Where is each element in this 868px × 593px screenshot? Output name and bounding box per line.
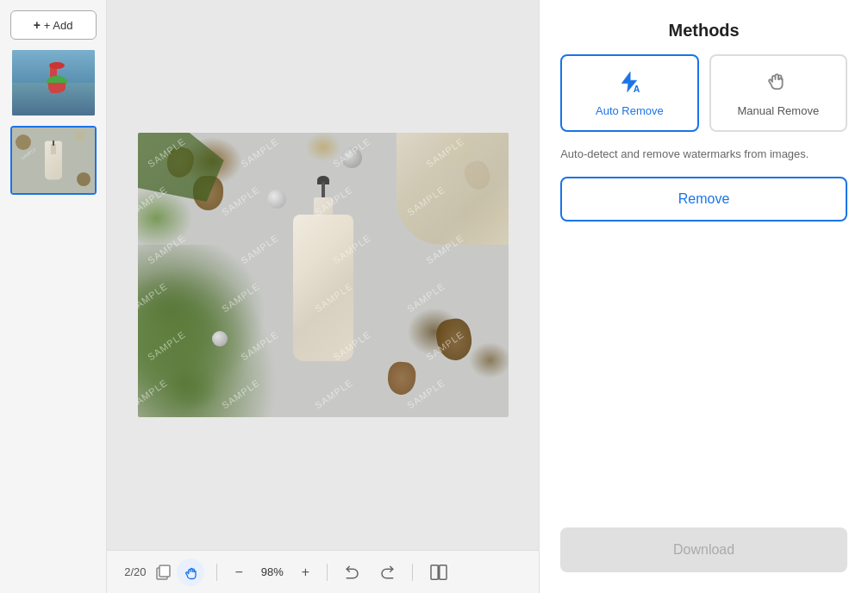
batch-icon [156, 565, 172, 580]
svg-rect-1 [159, 565, 170, 577]
product-background: SAMPLE SAMPLE SAMPLE SAMPLE SAMPLE SAMPL… [138, 133, 509, 417]
manual-remove-label: Manual Remove [737, 104, 819, 117]
zoom-in-button[interactable]: + [297, 561, 315, 584]
canvas-toolbar: 2/20 [107, 550, 539, 593]
toolbar-left: 2/20 [124, 561, 177, 584]
add-button[interactable]: + + Add [10, 10, 97, 40]
page-indicator: 2/20 [124, 561, 177, 584]
image-preview: SAMPLE SAMPLE SAMPLE SAMPLE SAMPLE SAMPL… [138, 133, 509, 417]
page-number: 2/20 [124, 565, 146, 578]
compare-icon [430, 565, 447, 580]
redo-button[interactable] [374, 561, 400, 584]
svg-text:A: A [634, 83, 640, 93]
svg-rect-2 [431, 565, 438, 578]
app-container: + + Add [0, 0, 868, 593]
zoom-level: 98% [257, 565, 288, 578]
right-panel: Methods A Auto Remove [539, 0, 868, 593]
toolbar-divider-2 [327, 564, 328, 581]
panel-title: Methods [560, 21, 847, 41]
redo-icon [379, 565, 395, 580]
toolbar-divider-1 [216, 564, 217, 581]
auto-remove-icon: A [617, 70, 641, 99]
thumbnail-1[interactable] [10, 48, 97, 117]
toolbar-divider-3 [412, 564, 413, 581]
undo-icon [345, 565, 360, 580]
remove-button[interactable]: Remove [560, 177, 847, 222]
compare-button[interactable] [425, 561, 453, 584]
panel-spacer [560, 235, 847, 515]
add-button-label: + Add [44, 19, 73, 32]
bottle [280, 189, 366, 361]
manual-remove-button[interactable]: Manual Remove [709, 54, 847, 132]
main-canvas: SAMPLE SAMPLE SAMPLE SAMPLE SAMPLE SAMPL… [107, 0, 539, 593]
batch-icon-button[interactable] [151, 561, 177, 584]
auto-remove-button[interactable]: A Auto Remove [560, 54, 698, 132]
zoom-in-icon: + [302, 565, 309, 580]
hand-icon [183, 565, 198, 580]
svg-rect-3 [440, 565, 446, 578]
zoom-out-button[interactable]: − [229, 561, 247, 584]
canvas-content: SAMPLE SAMPLE SAMPLE SAMPLE SAMPLE SAMPL… [107, 0, 539, 550]
auto-remove-label: Auto Remove [596, 104, 664, 117]
remove-button-label: Remove [678, 191, 730, 206]
thumbnail-1-image [12, 50, 95, 115]
thumbnail-2-image: SAMPLE [12, 128, 95, 193]
undo-button[interactable] [340, 561, 365, 584]
manual-remove-icon [766, 70, 790, 99]
download-button[interactable]: Download [560, 527, 847, 572]
method-description: Auto-detect and remove watermarks from i… [560, 146, 847, 163]
hand-tool-button[interactable] [177, 559, 204, 586]
download-button-label: Download [673, 542, 734, 557]
sidebar: + + Add [0, 0, 107, 593]
thumbnail-2[interactable]: SAMPLE [10, 126, 97, 195]
zoom-out-icon: − [234, 565, 242, 580]
plus-icon: + [34, 18, 41, 32]
methods-row: A Auto Remove Manual Remove [560, 54, 847, 132]
toolbar-center: − 98% + [177, 559, 453, 586]
